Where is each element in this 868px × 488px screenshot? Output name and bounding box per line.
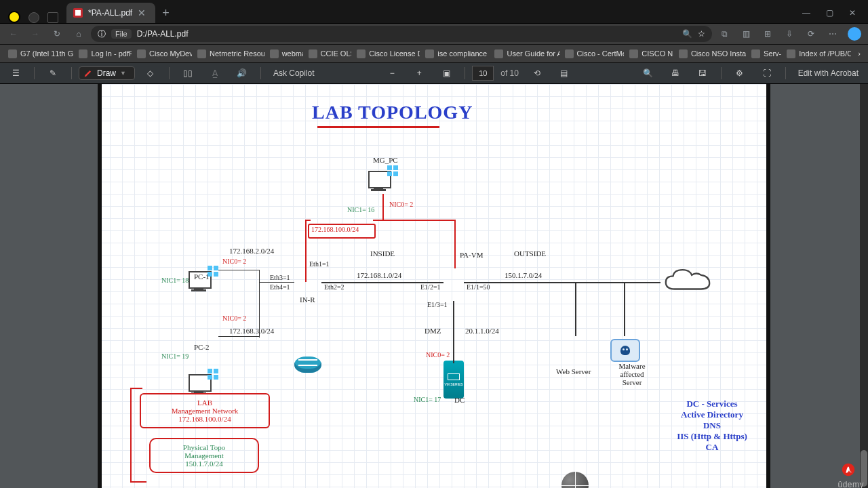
bookmark-item[interactable]: Cisco MyDevices <box>133 48 192 60</box>
bookmark-item[interactable]: Cisco NSO Installati… <box>675 48 746 60</box>
web-drop <box>575 282 576 336</box>
url-scheme-pill: File <box>111 29 132 39</box>
split-screen-icon[interactable]: ▥ <box>736 24 755 43</box>
downloads-icon[interactable]: ⇩ <box>780 24 799 43</box>
sidebar-toggle-icon[interactable]: ☰ <box>4 64 27 82</box>
pc2-label: PC-2 <box>194 343 210 351</box>
pavm-label: PA-VM <box>460 251 483 259</box>
mgmt-left-line <box>305 220 307 282</box>
highlight-icon[interactable]: ✎ <box>41 64 64 82</box>
minimize-button[interactable]: — <box>795 3 818 23</box>
two-page-icon[interactable]: ▯▯ <box>176 64 199 82</box>
dmz-net: 20.1.1.0/24 <box>465 327 499 335</box>
bookmark-item[interactable]: Index of /PUB/Cisc… <box>783 48 851 60</box>
maximize-button[interactable]: ▢ <box>818 3 841 23</box>
zoom-in-button[interactable]: + <box>408 64 431 82</box>
pc2-nic0: NIC0= 2 <box>222 314 246 322</box>
bookmark-item[interactable]: Serv-U <box>747 48 781 60</box>
home-button[interactable]: ⌂ <box>69 24 88 43</box>
site-info-icon[interactable]: ⓘ <box>98 28 106 40</box>
page-layout-icon[interactable]: ▤ <box>553 64 576 82</box>
eth4: Eth4=1 <box>270 283 290 291</box>
bookmark-overflow-button[interactable]: › <box>854 48 864 59</box>
collections-icon[interactable]: ⧉ <box>715 24 734 43</box>
e13: E1/3=1 <box>427 301 448 308</box>
acrobat-badge-icon[interactable] <box>841 462 856 477</box>
tab-actions-icon[interactable] <box>47 12 58 23</box>
omnibox[interactable]: ⓘ File D:/PA-ALL.pdf 🔍 ☆ <box>91 26 712 42</box>
favorite-icon[interactable]: ☆ <box>698 29 705 39</box>
read-aloud-icon[interactable]: 🔊 <box>231 64 254 82</box>
bookmark-item[interactable]: G7 (Intel 11th Gen)… <box>4 48 73 60</box>
sync-icon[interactable]: ⟳ <box>802 24 821 43</box>
back-button[interactable]: ← <box>4 24 23 43</box>
pc2-net: 172.168.3.0/24 <box>229 327 274 335</box>
reload-button[interactable]: ↻ <box>47 24 66 43</box>
edit-acrobat-button[interactable]: Edit with Acrobat <box>793 64 864 82</box>
ask-copilot-button[interactable]: Ask Copilot <box>268 64 320 82</box>
new-tab-button[interactable]: + <box>162 6 170 23</box>
mg-nic1: NIC1= 16 <box>347 206 374 214</box>
page-number-input[interactable] <box>472 66 494 81</box>
bookmark-item[interactable]: webmail <box>266 48 303 60</box>
zoom-out-button[interactable]: − <box>380 64 403 82</box>
callout-phy: Physical Topo Management 150.1.7.0/24 <box>149 438 259 473</box>
bookmark-item[interactable]: CCIE OLSM <box>304 48 352 60</box>
bookmark-item[interactable]: CISCO NSO <box>625 48 673 60</box>
firewall-icon: VM SERIES <box>443 361 464 399</box>
bookmark-item[interactable]: Log In - pdfFiller <box>75 48 132 60</box>
fullscreen-icon[interactable]: ⛶ <box>755 64 778 82</box>
close-window-button[interactable]: ✕ <box>841 3 864 23</box>
pc2-nic1: NIC1= 19 <box>161 352 189 360</box>
bookmark-item[interactable]: Cisco - CertMetrics <box>561 48 625 60</box>
scrollbar-track[interactable] <box>860 84 868 488</box>
pdf-page[interactable]: LAB TOPOLOGY MG_PC NIC0= 2 NIC1= 16 172.… <box>98 84 770 488</box>
forward-button[interactable]: → <box>26 24 45 43</box>
outside-line <box>464 282 660 283</box>
mal-l2: affected <box>612 370 652 378</box>
text-tool-icon[interactable]: A̲ <box>203 64 226 82</box>
pc1-nic0: NIC0= 2 <box>222 258 246 265</box>
settings-icon[interactable]: ⚙ <box>728 64 751 82</box>
udemy-watermark: ûdemy <box>837 480 864 488</box>
web-server-label: Web Server <box>556 367 591 375</box>
fit-page-icon[interactable]: ▣ <box>435 64 458 82</box>
title-underline <box>317 126 439 128</box>
mal-l3: Server <box>612 378 652 386</box>
diagram-title: LAB TOPOLOGY <box>312 102 473 123</box>
print-icon[interactable]: 🖶 <box>664 64 687 82</box>
profile-avatar[interactable] <box>845 24 864 43</box>
mgmt-corner <box>305 220 311 221</box>
outside-label: OUTSIDE <box>514 249 546 258</box>
mgmt-subnet: 172.168.100.0/24 <box>311 226 359 233</box>
mgmt-top-line <box>373 220 454 221</box>
omnibox-zoom-icon[interactable]: 🔍 <box>682 29 692 39</box>
workspace-icon[interactable] <box>28 12 39 23</box>
bookmark-item[interactable]: User Guide for Asy… <box>490 48 559 60</box>
bookmark-item[interactable]: Cisco License Demo <box>353 48 420 60</box>
chevron-down-icon: ▼ <box>120 70 126 77</box>
bookmark-item[interactable]: Netmetric Resource… <box>193 48 264 60</box>
svg-rect-1 <box>75 10 81 16</box>
inside-label: INSIDE <box>370 249 395 258</box>
save-icon[interactable]: 🖫 <box>691 64 714 82</box>
bookmark-item[interactable]: ise compliance mo… <box>421 48 489 60</box>
draw-button[interactable]: Draw ▼ <box>79 66 135 80</box>
find-icon[interactable]: 🔍 <box>637 64 660 82</box>
rotate-icon[interactable]: ⟲ <box>526 64 549 82</box>
page-count: of 10 <box>498 64 521 82</box>
close-icon[interactable]: ✕ <box>138 8 146 18</box>
url-path: D:/PA-ALL.pdf <box>137 29 189 39</box>
dc-label: DC <box>454 396 465 404</box>
web-server-icon <box>561 472 589 488</box>
more-icon[interactable]: ⋯ <box>823 24 842 43</box>
mgmt-line <box>382 194 384 221</box>
address-bar: ← → ↻ ⌂ ⓘ File D:/PA-ALL.pdf 🔍 ☆ ⧉ ▥ ⊞ ⇩… <box>0 23 868 45</box>
erase-icon[interactable]: ◇ <box>139 64 162 82</box>
svc2: Active Directory <box>644 409 780 420</box>
browser-tabstrip: *PA-ALL.pdf ✕ + — ▢ ✕ <box>0 0 868 23</box>
tab-active[interactable]: *PA-ALL.pdf ✕ <box>66 3 155 23</box>
callout-bracket-v <box>130 388 132 483</box>
extensions-icon[interactable]: ⊞ <box>758 24 777 43</box>
mg-nic0: NIC0= 2 <box>389 201 413 208</box>
